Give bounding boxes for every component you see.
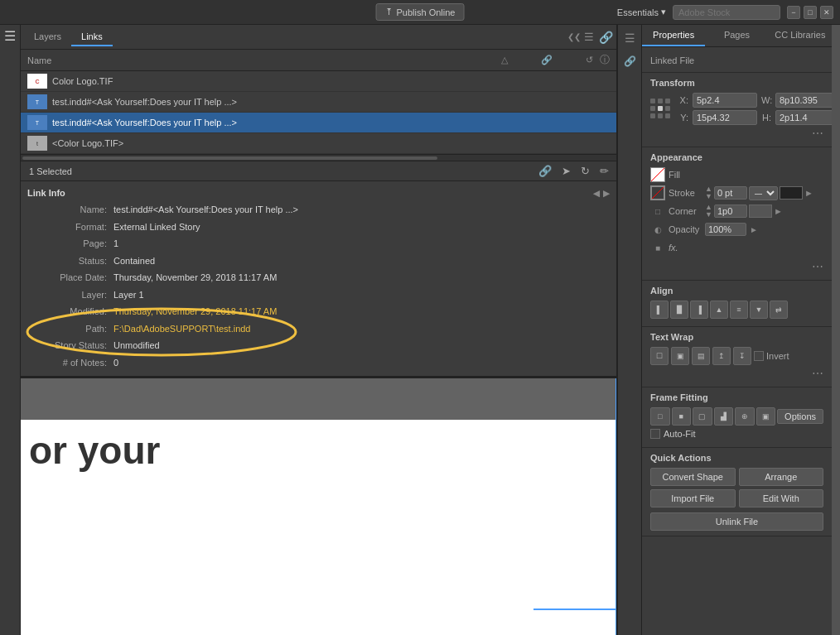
- link-row[interactable]: C Color Logo.TIF: [21, 71, 616, 92]
- arrange-button[interactable]: Arrange: [739, 468, 824, 486]
- minimize-button[interactable]: −: [787, 6, 800, 19]
- link-thumbnail: T: [27, 94, 47, 109]
- h-input[interactable]: [775, 110, 832, 125]
- wrap-bounding-button[interactable]: ▣: [671, 347, 689, 365]
- stroke-more-icon[interactable]: ►: [804, 188, 813, 198]
- horizontal-scrollbar[interactable]: [21, 154, 616, 161]
- fill-frame-button[interactable]: ■: [672, 407, 692, 426]
- stroke-color-swatch[interactable]: [780, 186, 803, 200]
- w-input[interactable]: [775, 93, 832, 108]
- link-row[interactable]: T test.indd#<Ask Yourself:Does your IT h…: [21, 113, 616, 133]
- opacity-more-icon[interactable]: ►: [750, 225, 758, 234]
- corner-input[interactable]: [714, 204, 747, 218]
- link-info-section: Link Info ◀ ▶ Name: test.indd#<Ask Yours…: [21, 181, 616, 377]
- text-wrap-section: Text Wrap ☐ ▣ ▤ ↥ ↧ Invert ⋯: [642, 327, 832, 387]
- align-center-v-button[interactable]: ≡: [730, 301, 748, 319]
- center-content-button[interactable]: ⊕: [735, 407, 755, 426]
- text-wrap-more[interactable]: ⋯: [650, 365, 823, 382]
- warning-header-icon: △: [501, 55, 508, 65]
- unlink-file-button[interactable]: Unlink File: [650, 512, 823, 531]
- distribute-button[interactable]: ⇄: [770, 301, 788, 319]
- right-panel: Properties Pages CC Libraries Linked Fil…: [641, 25, 832, 635]
- fit-frame-prop-button[interactable]: ▣: [756, 407, 776, 426]
- jump-next-column-button[interactable]: ↧: [733, 347, 751, 365]
- w-label: W:: [761, 95, 773, 105]
- fit-content-proportionally-button[interactable]: □: [650, 407, 670, 426]
- fit-frame-to-content-button[interactable]: ▢: [693, 407, 712, 426]
- tab-properties[interactable]: Properties: [642, 25, 705, 46]
- quick-actions-title: Quick Actions: [650, 453, 823, 463]
- link-icon[interactable]: 🔗: [620, 51, 640, 71]
- align-top-edge-button[interactable]: ▲: [710, 301, 728, 319]
- no-wrap-button[interactable]: ☐: [650, 347, 669, 365]
- tab-cc-libraries[interactable]: CC Libraries: [769, 25, 832, 46]
- edit-with-button[interactable]: Edit With: [739, 489, 824, 508]
- tab-links[interactable]: Links: [71, 28, 113, 46]
- link-chain-icon[interactable]: 🔗: [599, 31, 613, 44]
- link-row[interactable]: t <Color Logo.TIF>: [21, 133, 616, 154]
- link-info-header: Link Info ◀ ▶: [21, 186, 616, 201]
- transform-reference-grid[interactable]: [650, 99, 672, 120]
- auto-fit-row: Auto-Fit: [650, 429, 823, 439]
- align-section: Align ▌ ▉ ▐ ▲ ≡ ▼ ⇄: [642, 281, 832, 327]
- invert-checkbox[interactable]: [754, 351, 764, 361]
- align-bottom-edge-button[interactable]: ▼: [750, 301, 768, 319]
- essentials-button[interactable]: Essentials ▾: [617, 7, 666, 17]
- fill-label: Fill: [669, 170, 702, 180]
- search-input[interactable]: [673, 5, 780, 20]
- text-wrap-buttons: ☐ ▣ ▤ ↥ ↧ Invert: [650, 347, 823, 365]
- goto-link-button[interactable]: ➤: [559, 163, 573, 179]
- transform-more[interactable]: ⋯: [650, 125, 823, 142]
- stroke-size-control: ▲▼ — ►: [705, 185, 813, 200]
- unlink-button[interactable]: ✏: [597, 163, 611, 179]
- wrap-object-button[interactable]: ▤: [692, 347, 710, 365]
- fill-color-indicator[interactable]: [650, 167, 665, 182]
- next-arrow[interactable]: ▶: [603, 189, 610, 198]
- relink-header-icon: ↺: [586, 55, 593, 65]
- publish-online-button[interactable]: ⤒ Publish Online: [376, 3, 465, 21]
- frame-fitting-options-button[interactable]: Options: [777, 409, 823, 424]
- prev-arrow[interactable]: ◀: [593, 189, 600, 198]
- chevron-down-icon: ▾: [661, 7, 666, 17]
- corner-spinner[interactable]: ▲▼: [705, 204, 712, 219]
- quick-actions-grid: Convert Shape Arrange Import File Edit W…: [650, 468, 823, 508]
- tab-layers[interactable]: Layers: [24, 28, 71, 46]
- y-input[interactable]: [693, 110, 757, 125]
- x-input[interactable]: [693, 93, 757, 108]
- relink-button[interactable]: 🔗: [536, 163, 554, 179]
- maximize-button[interactable]: □: [804, 6, 817, 19]
- left-panel: Layers Links ❮❮ ☰ 🔗 Name △ 🔗 ↺ ⓘ: [21, 25, 617, 635]
- close-button[interactable]: ✕: [820, 6, 833, 19]
- panel-expand-icon[interactable]: ❮❮: [567, 32, 581, 41]
- stroke-input[interactable]: [714, 186, 747, 200]
- auto-fit-checkbox[interactable]: [650, 429, 660, 439]
- corner-style-swatch[interactable]: [749, 204, 772, 218]
- align-right-edge-button[interactable]: ▐: [690, 301, 708, 319]
- links-table-header: Name △ 🔗 ↺ ⓘ: [21, 50, 616, 71]
- align-center-h-button[interactable]: ▉: [670, 301, 688, 319]
- layers-panel-icon[interactable]: ☰: [620, 28, 640, 48]
- align-buttons-row1: ▌ ▉ ▐ ▲ ≡ ▼ ⇄: [650, 301, 823, 319]
- import-file-button[interactable]: Import File: [650, 489, 736, 508]
- link-thumbnail: T: [27, 115, 47, 130]
- jump-object-button[interactable]: ↥: [712, 347, 731, 365]
- panel-menu-icon[interactable]: ☰: [584, 31, 594, 43]
- layers-icon[interactable]: ☰: [4, 28, 16, 44]
- update-link-button[interactable]: ↻: [578, 163, 592, 179]
- tab-pages[interactable]: Pages: [705, 25, 768, 46]
- selection-line: [533, 609, 616, 610]
- frame-fitting-buttons: □ ■ ▢ ▟ ⊕ ▣ Options: [650, 407, 823, 426]
- more-dots-icon: ⋯: [812, 367, 823, 380]
- corner-more-icon[interactable]: ►: [774, 206, 783, 216]
- stroke-spinner[interactable]: ▲▼: [705, 185, 712, 200]
- link-header-icon: 🔗: [541, 55, 553, 65]
- stroke-color-indicator[interactable]: [650, 185, 665, 200]
- links-toolbar: 1 Selected 🔗 ➤ ↻ ✏: [21, 161, 616, 181]
- stroke-style-select[interactable]: —: [749, 186, 778, 200]
- appearance-more[interactable]: ⋯: [650, 258, 823, 275]
- fit-content-to-frame-button[interactable]: ▟: [714, 407, 734, 426]
- convert-shape-button[interactable]: Convert Shape: [650, 468, 736, 486]
- opacity-input[interactable]: [705, 223, 746, 236]
- link-row[interactable]: T test.indd#<Ask Yourself:Does your IT h…: [21, 92, 616, 113]
- align-left-edge-button[interactable]: ▌: [650, 301, 669, 319]
